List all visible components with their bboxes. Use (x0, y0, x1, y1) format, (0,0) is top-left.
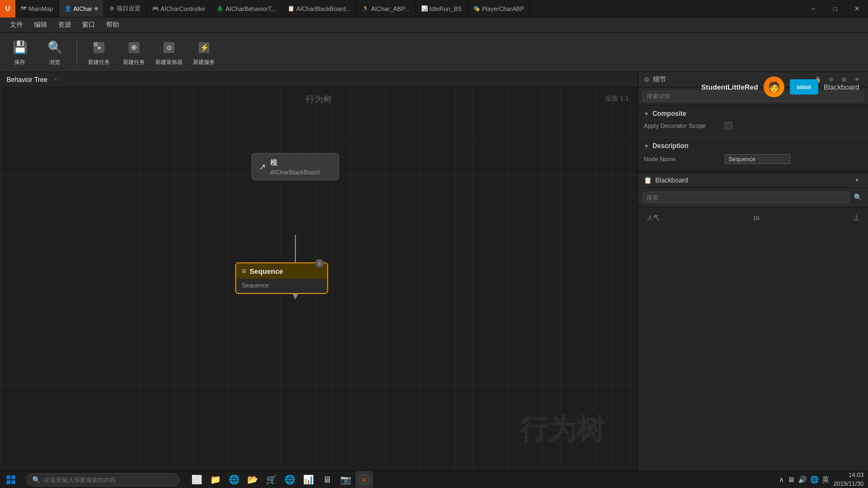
tab-aichar[interactable]: 👤 AIChar (59, 0, 103, 17)
details-panel-icon: ⚙ (644, 76, 650, 84)
new-task-icon: ★ (90, 39, 108, 56)
toolbar-separator (77, 39, 77, 66)
minimize-button[interactable]: – (802, 0, 824, 17)
composite-arrow: ▼ (644, 111, 649, 117)
svg-text:U: U (362, 477, 366, 483)
taskbar-icon-files[interactable]: 📂 (244, 471, 261, 489)
main-layout: Behavior Tree × 行为树 缩放 1:1 (0, 72, 868, 471)
taskbar-icon-camera[interactable]: 📷 (337, 471, 354, 489)
blackboard-search-bar: 🔍 (638, 188, 868, 207)
blackboard-header-label: Blackboard (824, 83, 859, 91)
menu-window[interactable]: 窗口 (77, 17, 101, 32)
user-avatar: 🧑 (764, 77, 784, 97)
bt-tab-close[interactable]: × (54, 77, 57, 83)
tab-aicharbehavior-icon: 🌲 (217, 5, 223, 11)
tab-aicharblackboard[interactable]: 📋 AICharBlackBoard... (282, 0, 357, 17)
tab-mainmap[interactable]: 🗺 MainMap (15, 0, 59, 17)
taskbar-network-icon[interactable]: 🌐 (810, 475, 819, 484)
blackboard-panel-title: Blackboard (655, 177, 848, 184)
taskbar-icon-store[interactable]: 🛒 (263, 471, 280, 489)
bb-upper-label: 上 (853, 214, 859, 222)
tab-project-icon: ⚙ (109, 5, 114, 11)
tab-aichar-icon: 👤 (65, 5, 71, 11)
behavior-tree-editor: Behavior Tree × 行为树 缩放 1:1 (0, 72, 638, 471)
taskbar-volume-icon[interactable]: 🔊 (798, 475, 807, 484)
description-section-title[interactable]: ▼ Description (644, 142, 863, 150)
tab-aicharcontroller[interactable]: 🎮 AICharController (147, 0, 212, 17)
sequence-node[interactable]: ① ≡ Sequence Sequence (235, 262, 328, 294)
tab-bar: 🗺 MainMap 👤 AIChar ⚙ 项目设置 🎮 AICharContro… (15, 0, 802, 17)
blackboard-panel-icon: 📋 (644, 177, 652, 184)
tab-playercharabp[interactable]: 🎭 PlayerCharABP (468, 0, 530, 17)
taskbar-clock: 14:03 2019/11/30 (834, 471, 864, 488)
taskbar-search-bar[interactable]: 🔍 (26, 473, 179, 486)
toolbar: 💾 保存 🔍 浏览 ★ 新建任务 ❋ 新建任务 ⚙ 新建装饰器 ⚡ 新建服务 (0, 33, 868, 72)
save-button[interactable]: 💾 保存 (4, 35, 35, 70)
composite-section: ▼ Composite Apply Decorator Scope (638, 105, 868, 137)
taskbar-start-button[interactable] (0, 471, 22, 489)
apply-decorator-checkbox[interactable] (725, 122, 732, 130)
svg-rect-13 (7, 475, 10, 479)
maximize-button[interactable]: □ (824, 0, 846, 17)
svg-text:bilibili: bilibili (797, 85, 811, 90)
bb-popularity-value: 16 (753, 215, 759, 221)
taskbar-icon-ue4[interactable]: U (356, 471, 373, 489)
svg-rect-16 (11, 480, 15, 484)
menu-resource[interactable]: 资源 (53, 17, 77, 32)
taskbar-sys-icons: ∧ 🖥 🔊 🌐 英 (779, 475, 829, 485)
taskbar-icon-desktop[interactable]: ⬜ (188, 471, 206, 489)
new-service-icon: ⚙ (160, 39, 178, 56)
taskbar-icon-explorer[interactable]: 📁 (207, 471, 224, 489)
composite-section-title[interactable]: ▼ Composite (644, 110, 863, 117)
new-service2-button[interactable]: ⚡ 新建服务 (189, 35, 219, 70)
taskbar-app-icons: ⬜ 📁 🌐 📂 🛒 🌐 📊 🖥 📷 U (188, 471, 373, 489)
menu-edit[interactable]: 编辑 (28, 17, 53, 32)
right-panel: ⚙ 细节 🔒 ⚙ ⊞ 👁 ▼ Composite Appl (638, 72, 868, 471)
root-node-icon: ↗ (259, 162, 266, 172)
taskbar-icon-chrome[interactable]: 🌐 (281, 471, 299, 489)
taskbar-icon-edge[interactable]: 🌐 (225, 471, 243, 489)
taskbar-up-arrow-icon[interactable]: ∧ (779, 475, 784, 484)
blackboard-search-input[interactable] (643, 192, 849, 203)
taskbar-search-input[interactable] (44, 477, 173, 483)
sequence-badge: ① (315, 259, 324, 268)
canvas-area[interactable]: 行为树 缩放 1:1 ↗ 根 (0, 87, 638, 471)
svg-text:★: ★ (97, 45, 102, 51)
browse-icon: 🔍 (46, 39, 63, 56)
tab-project[interactable]: ⚙ 项目设置 (104, 0, 147, 17)
tab-aicharbehavior[interactable]: 🌲 AICharBehaviorT... (211, 0, 282, 17)
tab-aicharcontroller-icon: 🎮 (152, 5, 159, 11)
blackboard-expand-button[interactable]: ▼ (852, 175, 863, 186)
taskbar-time-value: 14:03 (834, 471, 864, 479)
bb-popularity-label: 人气 (647, 214, 659, 222)
menu-help[interactable]: 帮助 (101, 17, 125, 32)
root-node-subtitle: AICharBlackBoard (270, 169, 332, 175)
browse-button[interactable]: 🔍 浏览 (39, 35, 70, 70)
node-name-input[interactable] (725, 154, 790, 164)
root-node-title: 根 (270, 158, 332, 168)
blackboard-content: 人气 16 上 (638, 207, 868, 471)
tab-aichar-abp[interactable]: 🏃 AIChar_ABP... (357, 0, 415, 17)
taskbar-monitor-icon[interactable]: 🖥 (788, 475, 795, 484)
new-decorator-button[interactable]: ❋ 新建任务 (119, 35, 149, 70)
new-task-button[interactable]: ★ 新建任务 (84, 35, 114, 70)
tab-idlerun-bs[interactable]: 📊 IdleRun_BS (416, 0, 468, 17)
apply-decorator-label: Apply Decorator Scope (644, 122, 720, 129)
taskbar-icon-excel[interactable]: 📊 (300, 471, 317, 489)
blackboard-panel-header: 📋 Blackboard ▼ (638, 173, 868, 188)
close-button[interactable]: ✕ (846, 0, 868, 17)
blackboard-search-button[interactable]: 🔍 (852, 191, 864, 203)
blackboard-panel: 📋 Blackboard ▼ 🔍 人气 16 上 (638, 173, 868, 471)
sequence-title: Sequence (249, 267, 283, 275)
menu-file[interactable]: 文件 (4, 17, 28, 32)
description-section: ▼ Description Node Name (638, 137, 868, 172)
node-name-label: Node Name (644, 156, 720, 162)
tab-aicharblackboard-icon: 📋 (288, 5, 294, 11)
taskbar-icon-ppt[interactable]: 🖥 (318, 471, 336, 489)
engine-logo: U (0, 0, 15, 17)
root-node-content: 根 AICharBlackBoard (270, 158, 332, 175)
taskbar-search-icon: 🔍 (32, 476, 40, 484)
root-node[interactable]: ↗ 根 AICharBlackBoard (252, 153, 339, 180)
new-service-button[interactable]: ⚙ 新建装饰器 (154, 35, 184, 70)
taskbar-lang-icon[interactable]: 英 (822, 475, 829, 485)
